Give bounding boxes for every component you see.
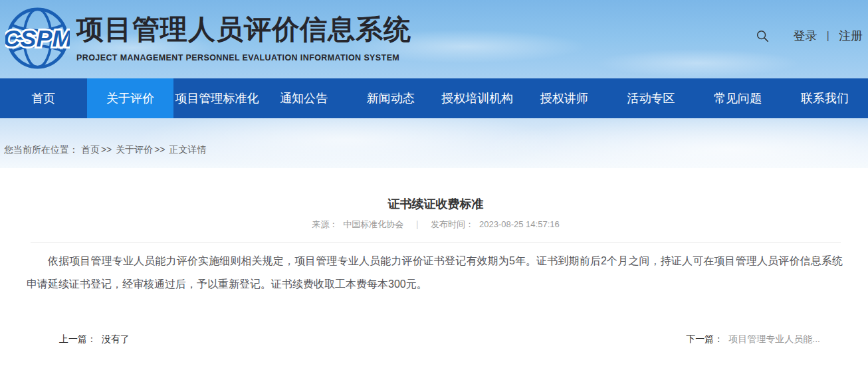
article-body: 依据项目管理专业人员能力评价实施细则相关规定，项目管理专业人员能力评价证书登记有… <box>27 249 843 296</box>
prev-next-row: 上一篇：没有了 下一篇：项目管理专业人员能... <box>59 334 820 345</box>
prev-article: 上一篇：没有了 <box>59 334 130 345</box>
nav-item-home[interactable]: 首页 <box>0 78 87 118</box>
breadcrumb-item-about-evaluation[interactable]: 关于评价 <box>116 144 153 155</box>
nav-item-about-evaluation[interactable]: 关于评价 <box>87 78 174 118</box>
site-titles: 项目管理人员评价信息系统 PROJECT MANAGEMENT PERSONNE… <box>76 6 411 62</box>
page: CSPM 项目管理人员评价信息系统 PROJECT MANAGEMENT PER… <box>0 0 868 384</box>
auth-divider: | <box>827 29 829 43</box>
breadcrumb-separator: >> <box>154 144 165 155</box>
meta-divider-line <box>31 242 841 242</box>
search-icon[interactable] <box>755 29 770 43</box>
next-article: 下一篇：项目管理专业人员能... <box>686 334 820 345</box>
nav-item-contact-us[interactable]: 联系我们 <box>781 78 868 118</box>
logo-acronym: CSPM <box>5 25 70 52</box>
next-article-label: 下一篇： <box>686 334 723 344</box>
publish-time-label: 发布时间： <box>431 219 474 229</box>
site-header: CSPM 项目管理人员评价信息系统 PROJECT MANAGEMENT PER… <box>0 0 868 78</box>
breadcrumb-prefix: 您当前所在位置： <box>4 144 78 155</box>
nav-item-activity-zone[interactable]: 活动专区 <box>607 78 695 118</box>
nav-item-pm-standardization[interactable]: 项目管理标准化 <box>173 78 261 118</box>
nav-item-news[interactable]: 新闻动态 <box>347 78 434 118</box>
prev-article-value: 没有了 <box>102 334 130 344</box>
breadcrumb-separator: >> <box>101 144 112 155</box>
main-nav: 首页 关于评价 项目管理标准化 通知公告 新闻动态 授权培训机构 授权讲师 活动… <box>0 78 868 118</box>
article-title: 证书续证收费标准 <box>3 196 868 212</box>
site-logo[interactable]: CSPM 项目管理人员评价信息系统 PROJECT MANAGEMENT PER… <box>5 6 411 70</box>
publish-time-value: 2023-08-25 14:57:16 <box>479 219 560 229</box>
nav-item-notices[interactable]: 通知公告 <box>261 78 348 118</box>
nav-item-faq[interactable]: 常见问题 <box>695 78 782 118</box>
header-actions: 登录 | 注册 <box>755 27 863 45</box>
login-link[interactable]: 登录 <box>794 28 817 44</box>
site-title: 项目管理人员评价信息系统 <box>76 11 411 48</box>
globe-logo-icon: CSPM <box>5 6 70 70</box>
article-card: 证书续证收费标准 来源：中国标准化协会｜发布时间：2023-08-25 14:5… <box>3 168 868 384</box>
breadcrumb-item-article-detail: 正文详情 <box>169 144 206 155</box>
site-subtitle: PROJECT MANAGEMENT PERSONNEL EVALUATION … <box>76 53 411 62</box>
register-link[interactable]: 注册 <box>839 28 863 44</box>
source-label: 来源： <box>312 219 338 229</box>
meta-pipe: ｜ <box>413 219 421 229</box>
prev-article-label: 上一篇： <box>59 334 96 344</box>
nav-item-authorized-training-orgs[interactable]: 授权培训机构 <box>434 78 521 118</box>
next-article-link[interactable]: 项目管理专业人员能... <box>728 334 820 344</box>
breadcrumb: 您当前所在位置： 首页>> 关于评价>> 正文详情 <box>4 144 206 156</box>
breadcrumb-item-home[interactable]: 首页 <box>81 144 100 155</box>
nav-item-authorized-lecturers[interactable]: 授权讲师 <box>521 78 608 118</box>
article-meta: 来源：中国标准化协会｜发布时间：2023-08-25 14:57:16 <box>3 219 868 231</box>
source-value: 中国标准化协会 <box>343 219 403 229</box>
